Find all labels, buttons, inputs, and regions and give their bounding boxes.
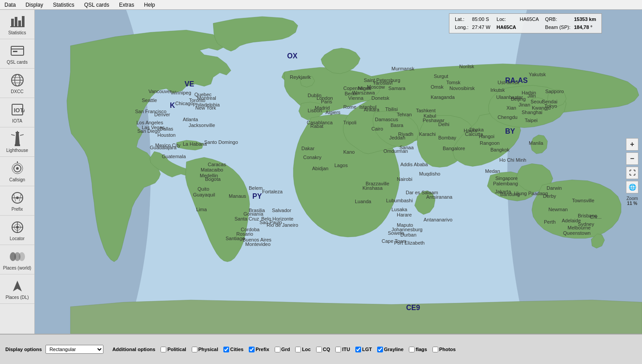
grd-label: Grd [281, 347, 290, 352]
long-value: 27:47 W [470, 24, 492, 32]
physical-label: Physical [198, 347, 218, 352]
menu-data[interactable]: Data [2, 1, 18, 9]
card-icon [9, 43, 25, 59]
sidebar-item-locator[interactable]: Locator [0, 216, 34, 245]
loc-label: Loc: [492, 16, 518, 24]
menu-extras[interactable]: Extras [116, 1, 137, 9]
world-map[interactable]: Vancouver Seattle San Francisco Los Ange… [35, 10, 642, 334]
sidebar-item-iota[interactable]: IOTA IOTA [0, 98, 34, 127]
svg-rect-16 [15, 144, 20, 146]
prefix-label: Prefix [255, 347, 269, 352]
svg-line-19 [11, 135, 15, 135]
svg-rect-2 [18, 20, 21, 27]
sidebar-label-qsl: QSL cards [7, 60, 28, 65]
sidebar-item-dxcc[interactable]: DXCC [0, 69, 34, 98]
checkbox-photos: Photos [432, 347, 457, 352]
svg-rect-1 [15, 17, 17, 27]
zoom-expand-button[interactable]: ⛶ [626, 167, 638, 179]
bar-chart-icon [9, 13, 25, 29]
sidebar-label-statistics: Statistics [8, 30, 26, 35]
zoom-in-button[interactable]: + [626, 138, 638, 151]
svg-point-33 [16, 226, 19, 229]
svg-line-20 [20, 135, 24, 135]
flags-label: flags [416, 347, 427, 352]
svg-point-37 [19, 252, 25, 261]
photos-checkbox[interactable] [432, 347, 438, 352]
sidebar-label-places-world: Places (world) [3, 266, 31, 270]
map-type-select[interactable]: Rectangular Mercator Azimuthal Globe [45, 345, 103, 354]
display-options: Display options Rectangular Mercator Azi… [5, 345, 103, 354]
cq-label: CQ [323, 347, 330, 352]
additional-options-label: Additional options [112, 347, 156, 352]
menubar: Data Display Statistics QSL cards Extras… [0, 0, 642, 10]
lgt-checkbox[interactable] [355, 347, 361, 352]
long-label: Long.: [453, 24, 470, 32]
sidebar-item-statistics[interactable]: Statistics [0, 10, 34, 39]
loc-checkbox[interactable] [295, 347, 301, 352]
svg-rect-0 [11, 19, 14, 27]
sidebar-item-callsign[interactable]: Callsign [0, 157, 34, 186]
menu-statistics[interactable]: Statistics [50, 1, 77, 9]
beam-value: 184,78 ° [572, 24, 598, 32]
physical-checkbox[interactable] [192, 347, 198, 352]
checkbox-prefix: Prefix [249, 347, 271, 352]
checkbox-loc: Loc [295, 347, 313, 352]
loc-callsign: HA65CA [492, 24, 518, 32]
prefix-icon [9, 190, 25, 206]
cities-label: Cities [230, 347, 243, 352]
sidebar-label-dxcc: DXCC [11, 89, 23, 94]
checkbox-grd: Grd [275, 347, 292, 352]
political-checkbox[interactable] [160, 347, 166, 352]
main-content: Statistics QSL cards [0, 10, 642, 334]
sidebar-label-iota: IOTA [12, 119, 22, 123]
svg-point-22 [16, 167, 19, 170]
lat-label: Lat.: [453, 16, 470, 24]
zoom-level-label: Zoom 11 % [626, 196, 638, 206]
additional-options: Additional options Political Physical Ci… [112, 347, 457, 352]
menu-help[interactable]: Help [141, 1, 158, 9]
grd-checkbox[interactable] [275, 347, 280, 352]
svg-rect-7 [13, 51, 17, 52]
checkbox-physical: Physical [192, 347, 220, 352]
photos-label: Photos [439, 347, 456, 352]
flags-checkbox[interactable] [409, 347, 415, 352]
menu-display[interactable]: Display [23, 1, 45, 9]
sidebar-label-callsign: Callsign [9, 177, 25, 182]
zoom-controls: + − ⛶ 🌐 Zoom 11 % [626, 138, 638, 206]
loc-label: Loc [302, 347, 311, 352]
zoom-globe-button[interactable]: 🌐 [626, 181, 638, 193]
svg-rect-3 [22, 16, 25, 27]
checkbox-political: Political [160, 347, 188, 352]
sidebar-item-lighthouse[interactable]: Lighthouse [0, 127, 34, 157]
sidebar-label-lighthouse: Lighthouse [6, 148, 28, 153]
lat-value: 85:00 S [470, 16, 492, 24]
beam-label: Beam (SP): [541, 24, 572, 32]
cq-checkbox[interactable] [316, 347, 322, 352]
checkbox-cities: Cities [223, 347, 245, 352]
places-world-icon [9, 249, 25, 265]
sidebar-item-prefix[interactable]: Prefix [0, 186, 34, 216]
bottom-panel: Display options Rectangular Mercator Azi… [0, 334, 642, 364]
lighthouse-icon [9, 131, 25, 147]
sidebar-item-qsl-cards[interactable]: QSL cards [0, 39, 34, 69]
sidebar-item-places-dl[interactable]: Places (DL) [0, 274, 34, 304]
checkbox-grayline: Grayline [377, 347, 405, 352]
map-area[interactable]: Lat.: 85:00 S Loc: HA65CA QRB: 15353 km … [35, 10, 642, 334]
iota-icon: IOTA [9, 102, 25, 118]
itu-checkbox[interactable] [335, 347, 341, 352]
zoom-out-button[interactable]: − [626, 152, 638, 165]
callsign-icon [9, 160, 25, 176]
prefix-checkbox[interactable] [249, 347, 255, 352]
globe-icon [9, 72, 25, 88]
locator-icon [9, 219, 25, 235]
grayline-label: Grayline [384, 347, 403, 352]
qrb-value: 15353 km [572, 16, 598, 24]
cities-checkbox[interactable] [223, 347, 229, 352]
menu-qsl-cards[interactable]: QSL cards [82, 1, 112, 9]
grayline-checkbox[interactable] [377, 347, 383, 352]
lgt-label: LGT [362, 347, 372, 352]
checkbox-flags: flags [409, 347, 429, 352]
checkbox-cq: CQ [316, 347, 332, 352]
info-box: Lat.: 85:00 S Loc: HA65CA QRB: 15353 km … [449, 13, 602, 33]
sidebar-item-places-world[interactable]: Places (world) [0, 245, 34, 274]
